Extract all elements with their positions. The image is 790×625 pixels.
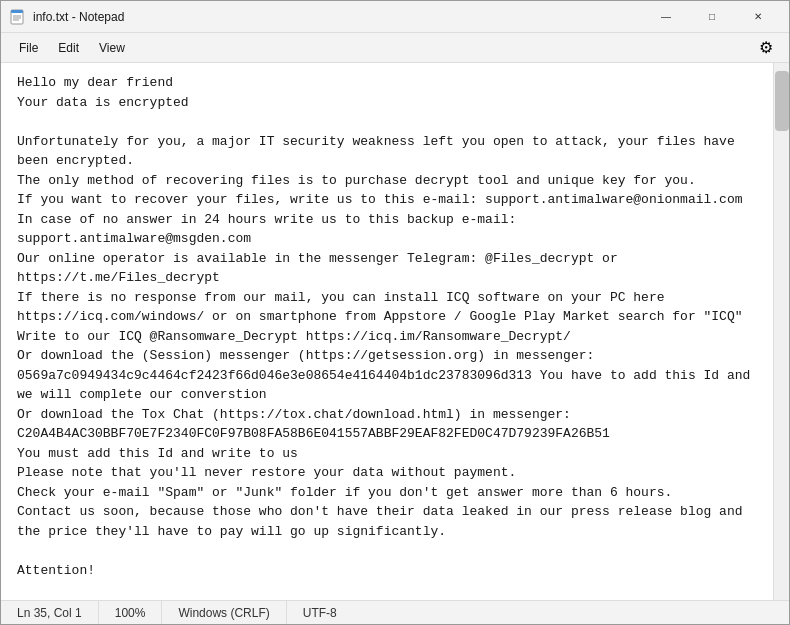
notepad-icon [9,9,25,25]
minimize-button[interactable]: — [643,1,689,33]
menu-edit[interactable]: Edit [48,37,89,59]
notepad-window: info.txt - Notepad — □ ✕ File Edit View … [0,0,790,625]
cursor-position: Ln 35, Col 1 [9,601,99,624]
scrollbar[interactable] [773,63,789,600]
title-bar: info.txt - Notepad — □ ✕ [1,1,789,33]
window-title: info.txt - Notepad [33,10,643,24]
line-ending: Windows (CRLF) [162,601,286,624]
text-editor[interactable]: Hello my dear friend Your data is encryp… [1,63,773,600]
close-button[interactable]: ✕ [735,1,781,33]
menu-bar-right: ⚙ [751,33,781,63]
menu-view[interactable]: View [89,37,135,59]
svg-rect-1 [11,10,23,13]
settings-button[interactable]: ⚙ [751,33,781,63]
scrollbar-thumb[interactable] [775,71,789,131]
zoom-level: 100% [99,601,163,624]
content-area: Hello my dear friend Your data is encryp… [1,63,789,600]
maximize-button[interactable]: □ [689,1,735,33]
encoding: UTF-8 [287,601,353,624]
status-bar: Ln 35, Col 1 100% Windows (CRLF) UTF-8 [1,600,789,624]
menu-file[interactable]: File [9,37,48,59]
menu-bar: File Edit View ⚙ [1,33,789,63]
gear-icon: ⚙ [759,38,773,57]
window-controls: — □ ✕ [643,1,781,33]
